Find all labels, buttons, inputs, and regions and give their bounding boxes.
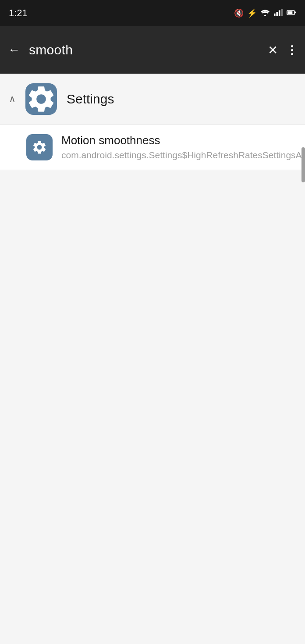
settings-gear-icon xyxy=(25,83,57,115)
result-subtitle: com.android.settings.Settings$HighRefres… xyxy=(61,149,305,161)
empty-results-area xyxy=(0,170,305,644)
result-text-container: Motion smoothness com.android.settings.S… xyxy=(61,134,305,161)
search-query-text[interactable]: smooth xyxy=(29,43,259,57)
result-gear-icon xyxy=(32,139,47,155)
result-title: Motion smoothness xyxy=(61,134,305,147)
settings-app-icon-wrapper xyxy=(25,83,57,115)
result-item-motion-smoothness[interactable]: Motion smoothness com.android.settings.S… xyxy=(0,125,305,170)
status-time: 1:21 xyxy=(9,7,28,19)
app-group-settings[interactable]: ∧ Settings xyxy=(0,74,305,125)
wifi-icon xyxy=(260,8,270,18)
settings-app-name: Settings xyxy=(67,92,114,107)
svg-rect-7 xyxy=(287,11,292,14)
scroll-indicator[interactable] xyxy=(301,147,305,182)
back-button[interactable]: ← xyxy=(8,43,20,57)
svg-rect-1 xyxy=(274,14,276,16)
status-icons: 🔇 ⚡ xyxy=(234,8,296,18)
svg-rect-6 xyxy=(294,11,296,13)
svg-rect-3 xyxy=(279,10,280,16)
collapse-icon[interactable]: ∧ xyxy=(9,93,16,105)
signal-icon xyxy=(273,8,283,18)
result-settings-icon-wrapper xyxy=(26,134,53,160)
search-toolbar: ← smooth ✕ xyxy=(0,26,305,74)
mute-icon: 🔇 xyxy=(234,8,244,18)
svg-rect-2 xyxy=(276,12,278,16)
svg-rect-4 xyxy=(281,9,283,16)
svg-point-0 xyxy=(264,14,266,16)
lightning-icon: ⚡ xyxy=(247,8,257,18)
clear-button[interactable]: ✕ xyxy=(268,43,278,57)
status-bar: 1:21 🔇 ⚡ xyxy=(0,0,305,26)
search-results-content: ∧ Settings Motion smoothness com.android… xyxy=(0,74,305,644)
battery-icon xyxy=(287,8,296,18)
more-options-button[interactable] xyxy=(287,45,297,55)
